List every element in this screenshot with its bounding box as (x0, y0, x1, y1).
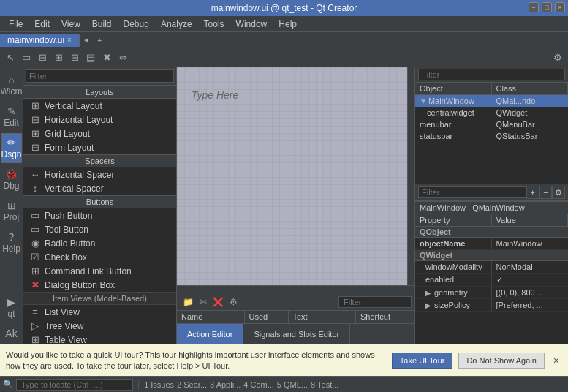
object-tree-header: Object Class (415, 83, 568, 95)
sidebar-item-help[interactable]: ? Help (1, 227, 22, 257)
prop-row-geometry[interactable]: ▶geometry [(0, 0), 800 ... (415, 287, 568, 299)
menu-tools[interactable]: Tools (198, 18, 230, 31)
sidebar-item-ak[interactable]: Ak (1, 324, 22, 344)
menu-build[interactable]: Build (86, 18, 118, 31)
widget-push-button[interactable]: ▭ Push Button (23, 208, 176, 222)
take-tour-button[interactable]: Take UI Tour (392, 353, 453, 369)
menu-debug[interactable]: Debug (118, 18, 155, 31)
menu-help[interactable]: Help (273, 18, 303, 31)
tab-add-btn[interactable]: + (93, 34, 106, 46)
widget-grid-layout[interactable]: ⊞ Grid Layout (23, 127, 176, 140)
sidebar-item-debug[interactable]: 🐞 Dbg (1, 165, 22, 195)
file-tab-mainwindow[interactable]: mainwindow.ui × (0, 34, 80, 47)
toolbar-break-btn[interactable]: ✖ (99, 50, 114, 65)
tree-row-menubar[interactable]: menubar QMenuBar (415, 118, 568, 130)
notification-close-icon[interactable]: × (550, 353, 562, 368)
menu-window[interactable]: Window (230, 18, 273, 31)
canvas-scrollbar-h[interactable] (177, 285, 414, 293)
expand-sizepolicy-icon[interactable]: ▶ (425, 301, 431, 309)
toolbar-layout-h-btn[interactable]: ⊟ (35, 50, 50, 65)
widget-check-box[interactable]: ☑ Check Box (23, 250, 176, 264)
status-qml[interactable]: 5 QML... (277, 380, 308, 389)
tab-action-editor[interactable]: Action Editor (177, 324, 243, 344)
file-tab-close-icon[interactable]: × (67, 36, 72, 44)
toolbar-layout-v-btn[interactable]: ⊞ (51, 50, 66, 65)
maximize-btn[interactable]: □ (542, 2, 552, 12)
section-spacers: Spacers (23, 154, 176, 167)
sidebar-item-design[interactable]: ✏ Dsgn (1, 133, 22, 163)
tree-row-mainwindow[interactable]: ▼MainWindow QMai...ndo (415, 95, 568, 107)
status-search[interactable]: 2 Sear... (177, 380, 207, 389)
menu-edit[interactable]: Edit (29, 18, 56, 31)
prop-row-enabled[interactable]: enabled ✓ (415, 274, 568, 287)
widget-dialog-button-box[interactable]: ✖ Dialog Button Box (23, 278, 176, 292)
sidebar-item-qt-test[interactable]: ▶ qt (1, 293, 22, 323)
action-toolbar-btn4[interactable]: ⚙ (227, 295, 241, 309)
tree-row-statusbar[interactable]: statusbar QStatusBar (415, 130, 568, 142)
status-issues[interactable]: 1 Issues (144, 380, 174, 389)
props-filter-input[interactable] (418, 186, 526, 198)
action-toolbar-btn2[interactable]: ✄ (197, 295, 210, 309)
widget-tool-button[interactable]: ▭ Tool Button (23, 222, 176, 236)
status-com[interactable]: 4 Com... (243, 380, 274, 389)
widget-vertical-layout[interactable]: ⊞ Vertical Layout (23, 99, 176, 113)
props-settings-btn[interactable]: ⚙ (552, 186, 565, 199)
tab-signals-slots[interactable]: Signals and Slots Editor (243, 324, 350, 344)
widget-vertical-spacer[interactable]: ↕ Vertical Spacer (23, 181, 176, 195)
sidebar-item-projects[interactable]: ⊞ Proj (1, 196, 22, 226)
status-test[interactable]: 8 Test... (311, 380, 338, 389)
toolbar-settings-btn[interactable]: ⚙ (550, 50, 565, 65)
expand-geometry-icon[interactable]: ▶ (425, 289, 431, 297)
action-toolbar-btn3[interactable]: ❌ (210, 295, 227, 309)
design-canvas[interactable]: Type Here (177, 67, 414, 293)
widget-horizontal-spacer[interactable]: ↔ Horizontal Spacer (23, 167, 176, 181)
toolbar-adjust-btn[interactable]: ⇔ (116, 50, 130, 65)
widget-form-layout[interactable]: ⊟ Form Layout (23, 140, 176, 154)
tab-nav-btn[interactable]: ◂ (80, 34, 93, 46)
tree-cell-statusbar-class: QStatusBar (492, 131, 569, 141)
object-tree-filter-input[interactable] (418, 69, 565, 80)
toolbar-form-btn[interactable]: ▤ (83, 50, 98, 65)
props-title: MainWindow : QMainWindow (415, 201, 568, 214)
widget-command-link-button[interactable]: ⊞ Command Link Button (23, 264, 176, 278)
widget-filter-input[interactable] (26, 69, 174, 83)
widget-table-view[interactable]: ⊞ Table View (23, 333, 176, 344)
do-not-show-button[interactable]: Do Not Show Again (458, 353, 544, 369)
props-minus-btn[interactable]: − (539, 186, 553, 199)
widget-tree-view[interactable]: ▷ Tree View (23, 319, 176, 333)
toolbar-layout-g-btn[interactable]: ⊞ (67, 50, 82, 65)
menu-analyze[interactable]: Analyze (155, 18, 198, 31)
tree-cell-mainwindow-class: QMai...ndo (492, 96, 569, 106)
locate-input[interactable] (16, 379, 133, 391)
menu-view[interactable]: View (56, 18, 86, 31)
sidebar-item-edit[interactable]: ✎ Edit (1, 102, 22, 132)
prop-row-sizepolicy[interactable]: ▶sizePolicy [Preferred, ... (415, 299, 568, 312)
prop-row-objectname[interactable]: objectName MainWindow (415, 238, 568, 250)
widget-tool-button-label: Tool Button (45, 225, 88, 235)
action-toolbar-btn1[interactable]: 📁 (180, 295, 197, 309)
expand-icon[interactable]: ▼ (420, 97, 427, 105)
prop-name-sizepolicy: ▶sizePolicy (415, 299, 492, 311)
widget-horizontal-layout[interactable]: ⊟ Horizontal Layout (23, 113, 176, 127)
file-tab-label: mainwindow.ui (7, 35, 64, 45)
action-filter-input[interactable] (338, 296, 412, 308)
minimize-btn[interactable]: − (529, 2, 539, 12)
widget-radio-button[interactable]: ◉ Radio Button (23, 236, 176, 250)
toolbar-pointer-btn[interactable]: ↖ (3, 50, 18, 65)
widget-command-link-label: Command Link Button (45, 266, 132, 276)
close-btn[interactable]: × (555, 2, 565, 12)
h-spacer-icon: ↔ (29, 169, 41, 180)
prop-row-windowmodality[interactable]: windowModality NonModal (415, 261, 568, 274)
sidebar-item-welcome[interactable]: ⌂ Wlcm (1, 70, 22, 100)
widget-form-layout-label: Form Layout (45, 143, 94, 153)
props-add-btn[interactable]: + (526, 186, 539, 199)
debug-icon: 🐞 (5, 168, 18, 180)
toolbar-widget-btn[interactable]: ▭ (19, 50, 34, 65)
widget-list-view[interactable]: ≡ List View (23, 305, 176, 319)
tree-cell-centralwidget-class: QWidget (492, 108, 569, 118)
tree-row-centralwidget[interactable]: centralwidget QWidget (415, 107, 568, 118)
menu-file[interactable]: File (3, 18, 29, 31)
status-appli[interactable]: 3 Appli... (210, 380, 241, 389)
prop-value-objectname: MainWindow (492, 238, 569, 249)
canvas-scrollbar-v[interactable] (407, 67, 414, 285)
